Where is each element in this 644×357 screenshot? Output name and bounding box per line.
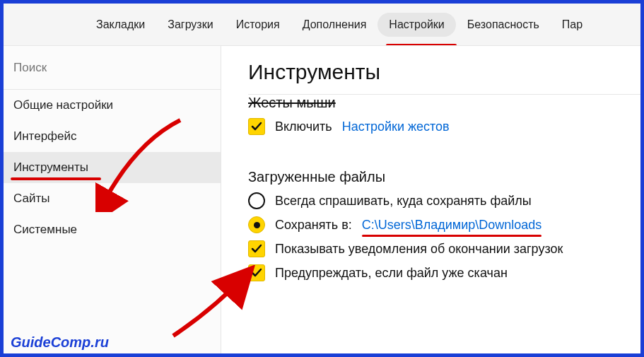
search-input[interactable] [13,61,211,75]
check-icon [251,243,262,254]
radio-save-to[interactable] [248,216,265,233]
page-title: Инструменты [248,60,640,84]
sidebar-item-sites[interactable]: Сайты [4,183,221,214]
sidebar: Общие настройки Интерфейс Инструменты Са… [4,46,221,353]
save-to-label: Сохранять в: [275,218,352,233]
annotation-underline [11,177,101,180]
tab-settings-label: Настройки [389,18,444,30]
check-icon [251,267,262,279]
sidebar-item-general[interactable]: Общие настройки [4,90,221,121]
watermark: GuideComp.ru [11,334,109,351]
tab-history[interactable]: История [225,13,291,37]
sidebar-item-interface[interactable]: Интерфейс [4,121,221,152]
tab-addons[interactable]: Дополнения [291,13,378,37]
tab-downloads[interactable]: Загрузки [156,13,224,37]
tab-security[interactable]: Безопасность [456,13,551,37]
search-box [4,46,221,90]
checkbox-show-notify[interactable] [248,240,265,257]
tab-settings[interactable]: Настройки [377,13,455,37]
section-downloads-title: Загруженные файлы [248,169,640,185]
tab-passwords[interactable]: Пар [551,13,594,37]
warn-downloaded-label: Предупреждать, если файл уже скачан [275,266,508,281]
enable-gestures-label: Включить [275,119,332,134]
sidebar-item-tools-label: Инструменты [13,160,88,174]
checkbox-warn-downloaded[interactable] [248,264,265,281]
section-mouse-gestures-title: Жесты мыши [248,95,640,111]
top-tabs: Закладки Загрузки История Дополнения Нас… [4,4,640,46]
gesture-settings-link[interactable]: Настройки жестов [342,119,450,134]
checkbox-enable-gestures[interactable] [248,118,265,135]
download-path-link[interactable]: C:\Users\Владимир\Downloads [362,218,542,233]
check-icon [251,121,262,132]
annotation-underline [362,235,542,237]
show-notify-label: Показывать уведомления об окончании загр… [275,242,563,257]
download-path-text: C:\Users\Владимир\Downloads [362,218,542,232]
main-panel: Инструменты Жесты мыши Включить Настройк… [221,46,640,353]
sidebar-item-tools[interactable]: Инструменты [4,152,221,183]
radio-always-ask[interactable] [248,192,265,209]
tab-bookmarks[interactable]: Закладки [85,13,156,37]
always-ask-label: Всегда спрашивать, куда сохранять файлы [275,194,532,209]
sidebar-item-system[interactable]: Системные [4,214,221,245]
